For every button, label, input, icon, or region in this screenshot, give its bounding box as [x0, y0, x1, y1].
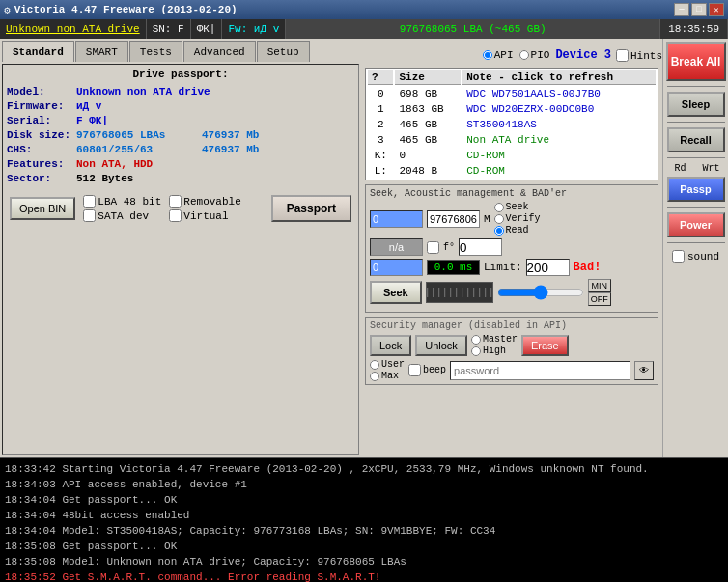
virtual-label[interactable]: Virtual [169, 209, 240, 222]
seek-button[interactable]: Seek [370, 281, 422, 304]
cell-note[interactable]: Non ATA drive [462, 133, 656, 147]
passp-button[interactable]: Passp [667, 177, 725, 202]
seek-radio-verify[interactable]: Verify [494, 213, 541, 224]
min-button[interactable]: MIN [588, 279, 611, 292]
rpm-slider[interactable] [497, 284, 584, 301]
seek-pos-input[interactable] [370, 259, 423, 276]
tab-bar: Standard SMART Tests Advanced Setup API … [0, 39, 662, 62]
seek-from-to-row: M Seek Verify Read [370, 202, 654, 236]
user-radio-label[interactable]: User [370, 359, 405, 370]
drive-name[interactable]: Unknown non ATA drive [0, 19, 147, 39]
cell-note[interactable]: CD-ROM [462, 164, 656, 178]
lba48-checkbox[interactable] [83, 195, 96, 208]
eye-button[interactable]: 👁 [634, 361, 654, 380]
restore-button[interactable]: □ [691, 3, 707, 16]
cell-note[interactable]: ST3500418AS [462, 118, 656, 131]
seek-btn-row: Seek |||||||||||| MIN OFF [370, 279, 654, 306]
tab-setup[interactable]: Setup [257, 41, 310, 62]
recall-button[interactable]: Recall [667, 127, 725, 152]
seek-na-input[interactable] [370, 238, 423, 256]
max-radio-label[interactable]: Max [370, 371, 405, 381]
passport-button[interactable]: Passport [271, 195, 351, 222]
pio-radio-label[interactable]: PIO [519, 49, 550, 61]
titlebar-controls: ─ □ ✕ [674, 3, 724, 16]
device-label: Device 3 [555, 48, 611, 62]
seek-action-row: 0.0 ms Limit: Bad! [370, 259, 654, 276]
tab-advanced[interactable]: Advanced [183, 41, 256, 62]
wrt-label: Wrt [697, 163, 726, 174]
log-area: 18:33:42 Starting Victoria 4.47 Freeware… [0, 457, 728, 582]
erase-button[interactable]: Erase [521, 335, 569, 356]
seek-radio-read[interactable]: Read [494, 225, 541, 236]
drive-table: ? Size Note - click to refresh 0698 GBWD… [365, 68, 658, 180]
unlock-button[interactable]: Unlock [415, 335, 467, 356]
sata-dev-checkbox[interactable] [83, 209, 96, 222]
log-line: 18:34:04 Model: ST3500418AS; Capacity: 9… [5, 523, 723, 539]
virtual-checkbox[interactable] [169, 209, 182, 222]
table-row[interactable]: 3465 GBNon ATA drive [368, 133, 656, 147]
cell-size: 2048 B [395, 164, 461, 178]
table-row[interactable]: K:0CD-ROM [368, 149, 656, 162]
removable-label[interactable]: Removable [169, 195, 240, 208]
minoff-group: MIN OFF [588, 279, 611, 306]
table-row[interactable]: 0698 GBWDC WD7501AALS-00J7B0 [368, 87, 656, 100]
log-line: 18:35:52 Get S.M.A.R.T. command... Error… [5, 569, 723, 582]
off-button[interactable]: OFF [588, 292, 611, 306]
rpm-display: |||||||||||| [426, 282, 493, 303]
sata-dev-label[interactable]: SATA dev [83, 209, 161, 222]
cell-size: 465 GB [395, 118, 461, 131]
fw-segment: Fw: иД v [222, 19, 286, 39]
break-all-button[interactable]: Break All [666, 42, 726, 81]
master-radio-label[interactable]: Master [471, 334, 518, 345]
limit-label: Limit: [484, 262, 522, 273]
table-row[interactable]: L:2048 BCD-ROM [368, 164, 656, 178]
minimize-button[interactable]: ─ [674, 3, 689, 16]
info-firmware: Firmware: иД v [7, 100, 354, 112]
seek-radio-seek[interactable]: Seek [494, 202, 541, 212]
seek-panel-title: Seek, Acoustic management & BAD'er [370, 188, 654, 199]
tab-smart[interactable]: SMART [75, 41, 128, 62]
table-row[interactable]: 11863 GBWDC WD20EZRX-00DC0B0 [368, 102, 656, 116]
user-max-group: User Max [370, 359, 405, 381]
right-sidebar: Break All Sleep Recall Rd Wrt Passp Powe… [662, 39, 728, 457]
api-radio-label[interactable]: API [483, 49, 514, 61]
hints-checkbox[interactable] [616, 49, 629, 62]
removable-checkbox[interactable] [169, 195, 182, 208]
seek-checkbox[interactable] [427, 241, 439, 254]
col-num: ? [368, 70, 393, 85]
tab-standard[interactable]: Standard [2, 41, 74, 62]
seek-to-input[interactable] [427, 210, 480, 228]
sleep-button[interactable]: Sleep [667, 92, 725, 117]
api-pio-row: API PIO Device 3 [483, 48, 615, 62]
info-chs: CHS: 60801/255/63 476937 Mb [7, 144, 354, 155]
sound-checkbox[interactable] [672, 250, 685, 263]
statusbar: Unknown non ATA drive SN: F ФК| Fw: иД v… [0, 19, 728, 39]
sound-label[interactable]: sound [670, 248, 721, 264]
lba48-label[interactable]: LBA 48 bit [83, 195, 161, 208]
close-button[interactable]: ✕ [709, 3, 724, 16]
right-section: ? Size Note - click to refresh 0698 GBWD… [363, 64, 660, 455]
titlebar-left: ⚙ Victoria 4.47 Freeware (2013-02-20) [4, 4, 238, 16]
cell-size: 698 GB [395, 87, 461, 100]
seek-panel: Seek, Acoustic management & BAD'er M See… [365, 184, 658, 313]
pio-radio[interactable] [519, 50, 529, 60]
security-panel: Security manager (disabled in API) Lock … [365, 317, 658, 385]
cell-note[interactable]: WDC WD20EZRX-00DC0B0 [462, 102, 656, 116]
seek-from-input[interactable] [370, 210, 423, 228]
seek-count-input[interactable] [459, 238, 502, 256]
cell-note[interactable]: WDC WD7501AALS-00J7B0 [462, 87, 656, 100]
lock-button[interactable]: Lock [370, 335, 411, 356]
high-radio-label[interactable]: High [471, 346, 518, 356]
cell-note[interactable]: CD-ROM [462, 149, 656, 162]
tab-tests[interactable]: Tests [129, 41, 182, 62]
beep-label[interactable]: beep [408, 364, 446, 376]
sec-panel-title: Security manager (disabled in API) [370, 320, 654, 331]
password-input[interactable] [450, 361, 630, 380]
left-panel: Standard SMART Tests Advanced Setup API … [0, 39, 662, 457]
info-disksize: Disk size: 976768065 LBAs 476937 Mb [7, 129, 354, 141]
open-bin-button[interactable]: Open BIN [10, 197, 75, 220]
power-button[interactable]: Power [667, 212, 725, 237]
api-radio[interactable] [483, 50, 492, 60]
table-row[interactable]: 2465 GBST3500418AS [368, 118, 656, 131]
limit-input[interactable] [526, 259, 570, 276]
